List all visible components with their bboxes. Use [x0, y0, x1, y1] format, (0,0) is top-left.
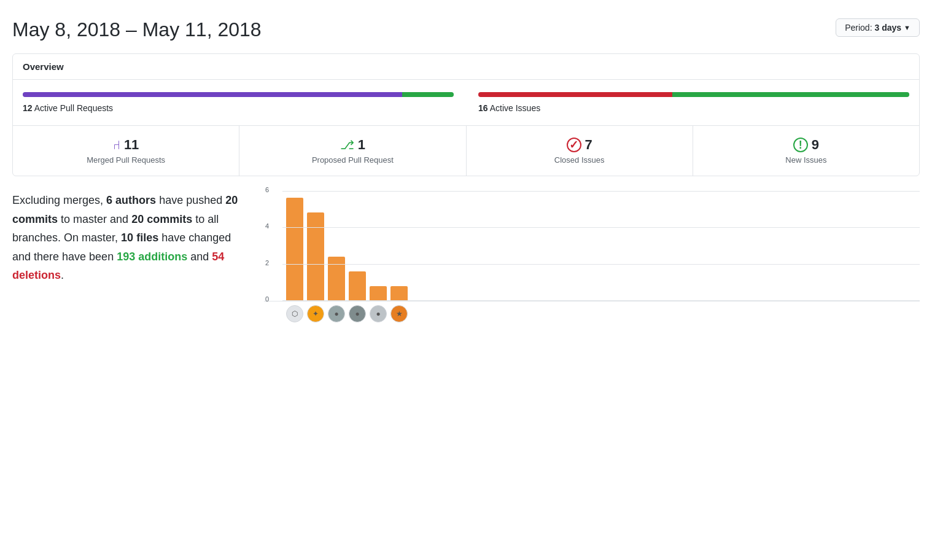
bar-col-5 — [390, 191, 408, 301]
issues-red-segment — [478, 92, 672, 97]
bar-rect-5 — [390, 286, 408, 301]
avatar-5: ★ — [390, 305, 408, 322]
pr-green-segment — [402, 92, 454, 97]
pull-requests-bar-section: 12 Active Pull Requests — [23, 92, 454, 113]
avatar-0: ⬡ — [286, 305, 303, 322]
closed-issues-label: Closed Issues — [554, 155, 605, 165]
proposed-pr-count: 1 — [358, 137, 365, 153]
closed-issues-icon: ✓ — [567, 138, 581, 152]
new-issues-cell: ! 9 New Issues — [693, 126, 919, 176]
issues-green-segment — [672, 92, 909, 97]
additions-count: 193 additions — [117, 251, 187, 263]
pr-active-label: 12 Active Pull Requests — [23, 103, 454, 113]
pr-bar-track — [23, 92, 454, 97]
proposed-pr-label: Proposed Pull Request — [312, 155, 394, 165]
new-issues-label: New Issues — [785, 155, 826, 165]
merged-pr-count: 11 — [124, 137, 139, 153]
avatars-row: ⬡✦●●●★ — [264, 305, 920, 322]
date-range: May 8, 2018 – May 11, 2018 — [12, 18, 262, 41]
issues-active-label: 16 Active Issues — [478, 103, 909, 113]
files-count: 10 files — [121, 231, 158, 244]
commits-chart: 6 4 2 0 ⬡✦●●●★ — [264, 191, 920, 326]
merged-pr-label: Merged Pull Requests — [87, 155, 165, 165]
period-value: 3 days — [875, 23, 902, 33]
bar-rect-2 — [328, 257, 345, 301]
bar-col-1 — [307, 191, 324, 301]
chart-area: 6 4 2 0 — [264, 191, 920, 301]
pr-purple-segment — [23, 92, 402, 97]
overview-card: Overview 12 Active Pull Requests 16 Acti… — [12, 53, 920, 176]
bar-col-3 — [349, 191, 366, 301]
new-issues-count: 9 — [812, 137, 819, 153]
bar-rect-0 — [286, 198, 303, 301]
proposed-pr-cell: ⎇ 1 Proposed Pull Request — [239, 126, 466, 176]
bar-col-0 — [286, 191, 303, 301]
bar-rect-1 — [307, 212, 324, 301]
summary-text: Excluding merges, 6 authors have pushed … — [12, 191, 246, 326]
closed-issues-count: 7 — [585, 137, 592, 153]
period-label: Period: — [845, 23, 872, 33]
bar-col-4 — [370, 191, 387, 301]
period-button[interactable]: Period: 3 days ▼ — [836, 18, 920, 37]
merged-pr-icon: ⑁ — [113, 138, 120, 152]
avatar-1: ✦ — [307, 305, 324, 322]
issues-bar-section: 16 Active Issues — [478, 92, 909, 113]
chevron-down-icon: ▼ — [904, 24, 911, 31]
avatar-3: ● — [349, 305, 366, 322]
new-issues-icon: ! — [793, 138, 808, 152]
bar-col-2 — [328, 191, 345, 301]
content-row: Excluding merges, 6 authors have pushed … — [12, 191, 920, 326]
overview-bars-section: 12 Active Pull Requests 16 Active Issues — [13, 80, 919, 126]
bar-rect-3 — [349, 271, 366, 301]
issues-bar-track — [478, 92, 909, 97]
avatar-2: ● — [328, 305, 345, 322]
authors-count: 6 authors — [106, 194, 156, 206]
bar-rect-4 — [370, 286, 387, 301]
bars-wrapper — [264, 191, 920, 301]
stats-row: ⑁ 11 Merged Pull Requests ⎇ 1 Proposed P… — [13, 126, 919, 176]
merged-pr-cell: ⑁ 11 Merged Pull Requests — [13, 126, 239, 176]
overview-title: Overview — [13, 54, 919, 80]
commits-all: 20 commits — [131, 213, 192, 225]
proposed-pr-icon: ⎇ — [340, 138, 354, 152]
avatar-4: ● — [370, 305, 387, 322]
closed-issues-cell: ✓ 7 Closed Issues — [467, 126, 693, 176]
